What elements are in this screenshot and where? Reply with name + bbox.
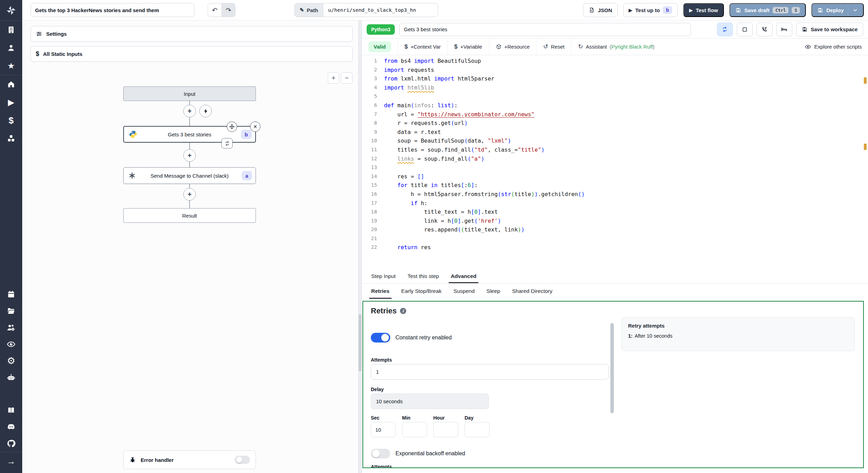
tab-retries[interactable]: Retries: [365, 284, 395, 299]
code-line[interactable]: 11 titles = soup.find_all("td", class_="…: [362, 145, 860, 154]
deploy-button[interactable]: Deploy: [811, 3, 864, 17]
path-value[interactable]: u/henri/send_to_slack_top3_hn: [323, 3, 438, 17]
add-resource-button[interactable]: +Resource: [489, 39, 537, 55]
flow-node-step-a[interactable]: Send Message to Channel (slack) a: [123, 167, 256, 184]
variables-dollar-icon[interactable]: $: [0, 111, 22, 129]
resources-cubes-icon[interactable]: [0, 129, 22, 147]
test-flow-button[interactable]: ▶ Test flow: [683, 3, 724, 17]
json-button[interactable]: JSON: [583, 3, 618, 17]
code-line[interactable]: 20 res.append((title_text, link)): [362, 225, 860, 234]
error-handler-toggle[interactable]: [235, 456, 250, 464]
add-variable-button[interactable]: $ +Variable: [448, 39, 489, 55]
add-context-var-button[interactable]: $ +Context Var: [398, 39, 448, 55]
explore-other-scripts-button[interactable]: Explore other scripts: [799, 44, 868, 50]
attempts-input[interactable]: [371, 364, 609, 380]
code-editor[interactable]: 1from bs4 import BeautifulSoup2import re…: [362, 55, 868, 269]
add-step-button[interactable]: +: [183, 149, 196, 162]
code-line[interactable]: 15 for title in titles[:6]:: [362, 181, 860, 190]
retries-toggle-button[interactable]: [717, 23, 733, 36]
test-up-to-button[interactable]: ▶ Test up to b: [623, 3, 678, 17]
tab-shared-directory[interactable]: Shared Directory: [506, 284, 558, 299]
code-line[interactable]: 18 title_text = h[0].text: [362, 208, 860, 217]
github-icon[interactable]: [0, 435, 22, 452]
chevron-down-icon[interactable]: [852, 7, 858, 13]
code-line[interactable]: 4import html5lib: [362, 83, 860, 92]
add-step-button[interactable]: +: [183, 105, 196, 117]
discord-icon[interactable]: [0, 419, 22, 435]
code-line[interactable]: 3from lxml.html import html5parser: [362, 74, 860, 83]
code-line[interactable]: 5: [362, 92, 860, 101]
delete-step-button[interactable]: ✕: [250, 121, 260, 132]
error-handler-bar[interactable]: Error handler: [123, 450, 256, 469]
favorites-star-icon[interactable]: ★: [0, 57, 22, 75]
path-edit-button[interactable]: ✎ Path: [295, 3, 323, 17]
code-line[interactable]: 8 r = requests.get(url): [362, 119, 860, 128]
audit-eye-icon[interactable]: [0, 336, 22, 353]
code-line[interactable]: 9 data = r.text: [362, 128, 860, 137]
ai-robot-icon[interactable]: [0, 369, 22, 386]
code-line[interactable]: 19 link = h[0].get('href'): [362, 217, 860, 226]
tab-step-input[interactable]: Step Input: [365, 269, 402, 283]
sec-input[interactable]: [371, 422, 396, 437]
code-line[interactable]: 6def main(infos: list):: [362, 101, 860, 110]
tab-sleep[interactable]: Sleep: [481, 284, 506, 299]
user-icon[interactable]: [0, 39, 22, 57]
hour-input[interactable]: [433, 422, 458, 437]
flow-static-inputs-bar[interactable]: $ All Static Inputs: [31, 46, 353, 62]
flow-node-input[interactable]: Input: [123, 86, 256, 101]
flow-panel-scrollbar[interactable]: [359, 314, 361, 371]
sleep-button[interactable]: [776, 23, 792, 36]
info-icon[interactable]: i: [400, 308, 406, 314]
code-line[interactable]: 16 h = html5parser.fromstring(str(title)…: [362, 190, 860, 199]
save-to-workspace-button[interactable]: Save to workspace: [796, 23, 863, 36]
code-line[interactable]: 1from bs4 import BeautifulSoup: [362, 57, 860, 66]
collapse-arrow-icon[interactable]: →: [0, 452, 22, 470]
retries-scrollbar[interactable]: [610, 323, 614, 413]
code-line[interactable]: 13: [362, 163, 860, 172]
trigger-bolt-button[interactable]: [199, 105, 212, 117]
reset-button[interactable]: ↺ Reset: [536, 39, 571, 55]
exponential-backoff-toggle[interactable]: [371, 449, 390, 458]
add-step-button[interactable]: +: [183, 188, 196, 201]
min-input[interactable]: [402, 422, 427, 437]
code-line[interactable]: 2import requests: [362, 66, 860, 75]
code-line[interactable]: 7 url = "https://news.ycombinator.com/ne…: [362, 110, 860, 119]
home-icon[interactable]: [0, 75, 22, 93]
code-line[interactable]: 10 soup = BeautifulSoup(data, "lxml"): [362, 136, 860, 145]
step-title-input[interactable]: [399, 23, 691, 36]
docs-book-icon[interactable]: [0, 402, 22, 419]
retry-indicator-button[interactable]: [222, 138, 233, 149]
undo-button[interactable]: ↶: [208, 3, 222, 17]
code-line[interactable]: 21: [362, 234, 860, 243]
code-line[interactable]: 12 links = soup.find_all("a"): [362, 154, 860, 163]
day-input[interactable]: [465, 422, 490, 437]
settings-gear-icon[interactable]: ⚙: [0, 353, 22, 369]
tab-early-stop[interactable]: Early Stop/Break: [395, 284, 448, 299]
code-line[interactable]: 14 res = []: [362, 172, 860, 181]
groups-icon[interactable]: [0, 319, 22, 336]
flow-node-result[interactable]: Result: [123, 208, 256, 223]
code-line[interactable]: 17 if h:: [362, 199, 860, 208]
tab-suspend[interactable]: Suspend: [448, 284, 481, 299]
assistant-button[interactable]: ↻ Assistant (Pyright Black Ruff): [571, 39, 661, 55]
flow-settings-bar[interactable]: Settings: [31, 26, 353, 42]
folders-icon[interactable]: [0, 303, 22, 319]
panel-resize-divider[interactable]: [358, 20, 362, 473]
code-line[interactable]: 22 return res: [362, 243, 860, 252]
tab-advanced[interactable]: Advanced: [445, 269, 482, 283]
suspend-button[interactable]: [757, 23, 773, 36]
zoom-out-button[interactable]: −: [341, 72, 352, 84]
runs-play-icon[interactable]: ▶: [0, 93, 22, 111]
assistant-tools: Pyright Black Ruff: [611, 44, 653, 50]
schedules-calendar-icon[interactable]: [0, 286, 22, 303]
workspace-icon[interactable]: [0, 21, 22, 39]
zoom-in-button[interactable]: +: [328, 72, 339, 84]
move-step-button[interactable]: [227, 121, 237, 132]
tab-test-this-step[interactable]: Test this step: [402, 269, 445, 283]
constant-retry-toggle[interactable]: [371, 333, 390, 343]
flow-title-input[interactable]: [31, 3, 194, 17]
early-stop-button[interactable]: [737, 23, 753, 36]
save-draft-button[interactable]: Save draft Ctrl S: [729, 3, 806, 17]
windmill-logo-icon[interactable]: [0, 0, 22, 20]
redo-button[interactable]: ↷: [222, 3, 235, 17]
